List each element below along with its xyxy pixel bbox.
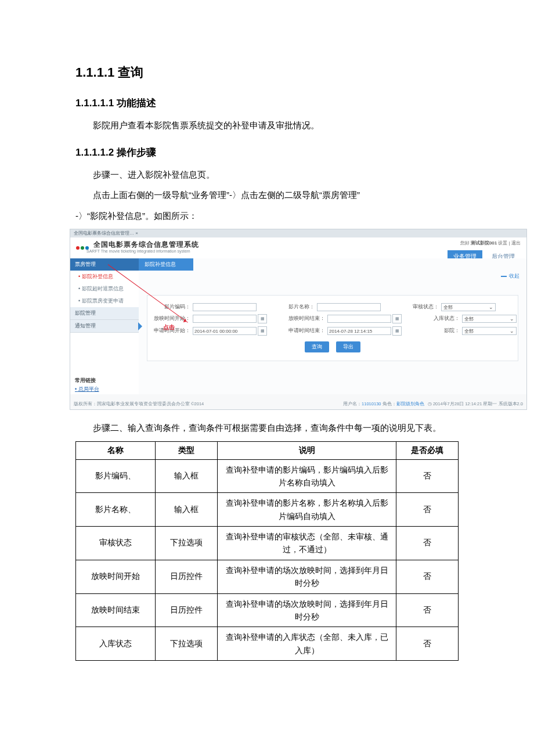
logo-dot-green <box>81 246 84 250</box>
filter-form: 影片编码： 影片名称： 审核状态：全部 放映时间开始：▦ 放映时间结束：▦ 入库… <box>147 295 518 361</box>
cell-type: 输入框 <box>156 493 218 527</box>
footer-copyright: 版权所有：国家电影事业发展专项资金管理委员会办公室 ©2014 <box>74 401 204 407</box>
calendar-icon[interactable]: ▦ <box>258 326 267 336</box>
footer-role: 影院级别角色 <box>396 401 424 406</box>
cell-desc: 查询补登申请的场次放映时间，选择到年月日时分秒 <box>218 560 396 593</box>
browser-tab: 全国电影票务综合信息管理… × <box>70 229 526 237</box>
greeting-links[interactable]: 设置 | 退出 <box>498 240 521 246</box>
th-name: 名称 <box>76 441 156 459</box>
input-apply-end[interactable]: 2014-07-28 12:14:15 <box>327 327 391 335</box>
sidebar-sec-boxoffice[interactable]: 票房管理 <box>70 258 139 271</box>
step-1-navpath-line1: 点击上面右侧的一级导航“业务管理”-〉点击左侧的二级导航“票房管理” <box>75 188 459 203</box>
cell-required: 否 <box>396 493 459 527</box>
label-film-name: 影片名称： <box>274 304 317 311</box>
params-table: 名称 类型 说明 是否必填 影片编码、 输入框 查询补登申请的影片编码，影片编码… <box>75 441 459 661</box>
sidebar-item-supplement[interactable]: • 影院补登信息 <box>70 271 139 283</box>
cell-desc: 查询补登申请的影片名称，影片名称填入后影片编码自动填入 <box>218 493 396 527</box>
select-audit-status[interactable]: 全部 <box>441 303 496 311</box>
calendar-icon[interactable]: ▦ <box>392 314 402 323</box>
cell-name: 入库状态 <box>76 627 156 661</box>
cell-required: 否 <box>396 459 459 493</box>
cell-desc: 查询补登申请的入库状态（全部、未入库，已入库） <box>218 627 396 661</box>
cell-name: 影片名称、 <box>76 493 156 527</box>
collapse-toggle[interactable]: 收起 <box>501 272 519 280</box>
sidebar-item-change[interactable]: • 影院票房变更申请 <box>70 295 139 307</box>
label-cinema: 影院： <box>419 327 462 334</box>
logo-subtitle: SARFT The movie ticketing integrated inf… <box>86 249 190 253</box>
logo-title: 全国电影票务综合信息管理系统 <box>93 240 199 250</box>
sidebar-common-title: 常用链接 <box>70 373 139 386</box>
panel-title: 影院补登信息 <box>139 258 193 271</box>
table-header-row: 名称 类型 说明 是否必填 <box>76 441 459 459</box>
sidebar-sec-notice[interactable]: 通知管理 <box>70 320 139 333</box>
th-desc: 说明 <box>218 441 396 459</box>
cell-type: 日历控件 <box>156 560 218 593</box>
main-panel: 影院补登信息 收起 影片编码： 影片名称： 审核状态：全部 放映时间开始：▦ 放… <box>139 258 526 394</box>
cell-desc: 查询补登申请的影片编码，影片编码填入后影片名称自动填入 <box>218 459 396 493</box>
footer-time: 2014年7月28日 12:14:21 星期一 系统版本2.0 <box>433 401 523 406</box>
query-button[interactable]: 查询 <box>305 341 329 352</box>
cell-name: 影片编码、 <box>76 459 156 493</box>
annotation-label: 点击 <box>163 323 175 332</box>
table-row: 入库状态 下拉选项 查询补登申请的入库状态（全部、未入库，已入库） 否 <box>76 627 459 661</box>
sidebar-toggle-icon[interactable] <box>138 322 146 330</box>
table-row: 放映时间开始 日历控件 查询补登申请的场次放映时间，选择到年月日时分秒 否 <box>76 560 459 593</box>
table-row: 影片编码、 输入框 查询补登申请的影片编码，影片编码填入后影片名称自动填入 否 <box>76 459 459 493</box>
cell-required: 否 <box>396 527 459 560</box>
function-description: 影院用户查看本影院售票系统提交的补登申请及审批情况。 <box>75 118 459 133</box>
step-1-navpath-line2: -〉“影院补登信息”。如图所示： <box>75 208 459 224</box>
footer-user-label: 用户名： <box>343 401 362 406</box>
user-greeting: 您好 测试影院001 设置 | 退出 <box>460 240 521 246</box>
cell-type: 日历控件 <box>156 593 218 627</box>
logo: 全国电影票务综合信息管理系统 <box>76 240 199 250</box>
embedded-screenshot: 全国电影票务综合信息管理… × 全国电影票务综合信息管理系统 SARFT The… <box>70 229 527 410</box>
label-apply-end: 申请时间结束： <box>284 327 327 334</box>
footer-bar: 版权所有：国家电影事业发展专项资金管理委员会办公室 ©2014 用户名：1101… <box>74 401 523 407</box>
select-cinema[interactable]: 全部 <box>462 327 517 335</box>
heading-2-steps: 1.1.1.1.2 操作步骤 <box>75 146 459 159</box>
cell-type: 下拉选项 <box>156 627 218 661</box>
cell-type: 下拉选项 <box>156 527 218 560</box>
cell-type: 输入框 <box>156 459 218 493</box>
greeting-prefix: 您好 <box>460 240 470 246</box>
input-film-code[interactable] <box>193 303 257 311</box>
cell-required: 否 <box>396 593 459 627</box>
cell-required: 否 <box>396 627 459 661</box>
cell-desc: 查询补登申请的场次放映时间，选择到年月日时分秒 <box>218 593 396 627</box>
th-required: 是否必填 <box>396 441 459 459</box>
label-show-end: 放映时间结束： <box>284 315 327 322</box>
cell-name: 放映时间结束 <box>76 593 156 627</box>
calendar-icon[interactable]: ▦ <box>258 314 267 323</box>
heading-2-function: 1.1.1.1.1 功能描述 <box>75 96 459 110</box>
logo-dot-red <box>76 246 80 250</box>
cell-required: 否 <box>396 560 459 593</box>
calendar-icon[interactable]: ▦ <box>392 326 402 336</box>
sidebar-item-refund[interactable]: • 影院超时退票信息 <box>70 283 139 295</box>
input-apply-start[interactable]: 2014-07-01 00:00:00 <box>193 327 257 335</box>
footer-role-label: 角色： <box>383 401 396 406</box>
input-show-start[interactable] <box>193 315 257 323</box>
select-store-status[interactable]: 全部 <box>462 315 517 323</box>
table-row: 审核状态 下拉选项 查询补登申请的审核状态（全部、未审核、通过，不通过） 否 <box>76 527 459 560</box>
sidebar: 票房管理 • 影院补登信息 • 影院超时退票信息 • 影院票房变更申请 影院管理… <box>70 258 139 394</box>
footer-user: 11010130 <box>362 401 381 406</box>
label-store-status: 入库状态： <box>419 315 462 322</box>
greeting-user: 测试影院001 <box>471 240 497 246</box>
input-film-name[interactable] <box>317 303 381 311</box>
heading-1: 1.1.1.1 查询 <box>75 64 459 81</box>
th-type: 类型 <box>156 441 218 459</box>
step-2-intro: 步骤二、输入查询条件，查询条件可根据需要自由选择，查询条件中每一项的说明见下表。 <box>75 420 459 435</box>
sidebar-sec-cinema[interactable]: 影院管理 <box>70 307 139 320</box>
step-1-intro: 步骤一、进入影院补登信息页。 <box>75 167 459 182</box>
label-audit-status: 审核状态： <box>398 304 441 311</box>
export-button[interactable]: 导出 <box>336 341 360 352</box>
table-row: 影片名称、 输入框 查询补登申请的影片名称，影片名称填入后影片编码自动填入 否 <box>76 493 459 527</box>
cell-name: 审核状态 <box>76 527 156 560</box>
sidebar-common-link[interactable]: • 总局平台 <box>70 386 139 393</box>
cell-desc: 查询补登申请的审核状态（全部、未审核、通过，不通过） <box>218 527 396 560</box>
table-row: 放映时间结束 日历控件 查询补登申请的场次放映时间，选择到年月日时分秒 否 <box>76 593 459 627</box>
input-show-end[interactable] <box>327 315 391 323</box>
app-header: 全国电影票务综合信息管理系统 SARFT The movie ticketing… <box>70 237 526 259</box>
cell-name: 放映时间开始 <box>76 560 156 593</box>
